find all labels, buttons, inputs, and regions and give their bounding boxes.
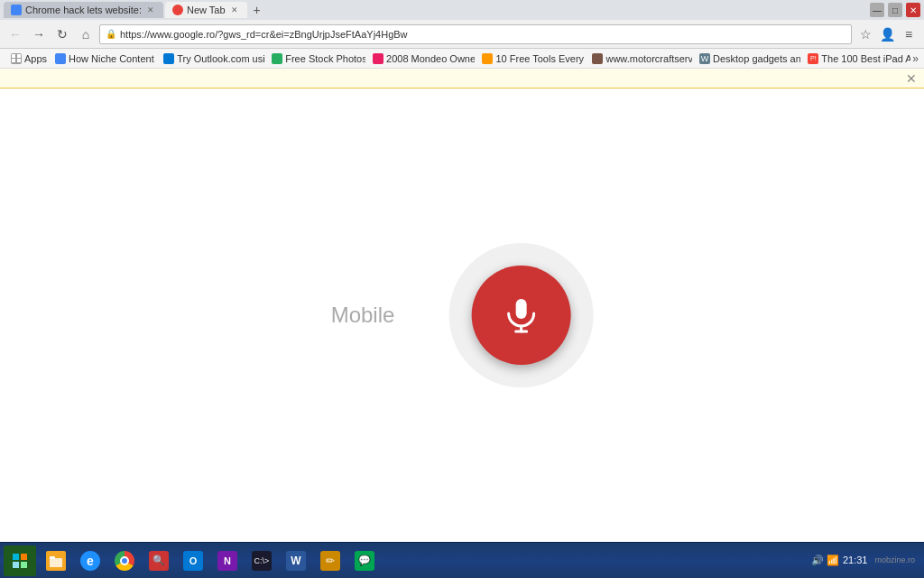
pen-icon: ✏ [320, 551, 340, 571]
bookmark-7-label: Desktop gadgets an... [713, 53, 800, 64]
cmd-icon: C:\> [252, 551, 272, 571]
svg-rect-8 [50, 556, 55, 559]
taskbar-item-explorer[interactable] [40, 545, 72, 576]
taskbar-right: 🔊 📶 21:31 mobzine.ro [806, 554, 920, 566]
taskbar-clock[interactable]: 21:31 [843, 554, 868, 566]
taskbar-item-chrome[interactable] [108, 545, 141, 576]
bookmark-3[interactable]: Mobile Free Stock Photos - [266, 51, 365, 66]
url-text: https://www.google.ro/?gws_rd=cr&ei=zBng… [120, 29, 408, 40]
word-icon: W [286, 551, 306, 571]
bookmark-2[interactable]: Try Outlook.com usi... [158, 51, 264, 66]
tab-1[interactable]: Chrome hack lets website: ✕ [4, 2, 163, 18]
voice-search-button[interactable] [471, 266, 570, 365]
address-bar[interactable]: 🔒 https://www.google.ro/?gws_rd=cr&ei=zB… [99, 24, 852, 44]
bookmark-5-label: 10 Free Tools Every ... [495, 53, 585, 64]
bookmark-2-label: Try Outlook.com usi... [177, 53, 264, 64]
home-button[interactable]: ⌂ [76, 24, 96, 44]
taskbar-item-word[interactable]: W [280, 545, 312, 576]
browser-content: Mobile [0, 89, 924, 542]
nav-bar: ← → ↻ ⌂ 🔒 https://www.google.ro/?gws_rd=… [0, 20, 924, 49]
svg-rect-5 [13, 562, 19, 568]
bookmark-6[interactable]: www.motorcraftserv... [587, 51, 692, 66]
reload-button[interactable]: ↻ [52, 24, 72, 44]
bookmark-3-label-text: Free Stock Photos - [285, 53, 365, 64]
start-button[interactable] [4, 545, 36, 576]
tab-2[interactable]: New Tab ✕ [165, 2, 247, 18]
taskbar: e 🔍 O N C:\> [0, 542, 924, 578]
taskbar-tray: 🔊 📶 [811, 555, 839, 566]
svg-rect-7 [50, 558, 62, 567]
tab-2-close[interactable]: ✕ [229, 5, 240, 15]
voice-prompt-text: Mobile [331, 303, 395, 328]
taskbar-items: e 🔍 O N C:\> [36, 545, 806, 576]
svg-rect-4 [21, 554, 27, 560]
taskbar-item-ie[interactable]: e [74, 545, 106, 576]
close-button[interactable]: ✕ [906, 3, 920, 17]
title-bar: Chrome hack lets website: ✕ New Tab ✕ + … [0, 0, 924, 20]
window-controls: — □ ✕ [870, 3, 920, 17]
windows-logo-icon [12, 553, 28, 569]
minimize-button[interactable]: — [870, 3, 884, 17]
user-button[interactable]: 👤 [877, 24, 897, 44]
taskbar-item-cmd[interactable]: C:\> [245, 545, 278, 576]
back-button[interactable]: ← [5, 24, 25, 44]
ie-icon: e [80, 551, 100, 571]
maximize-button[interactable]: □ [888, 3, 902, 17]
message-icon: 💬 [355, 551, 374, 571]
watermark-text: mobzine.ro [874, 555, 915, 564]
tray-icon-1: 🔊 [811, 555, 824, 566]
outlook-icon: O [183, 551, 203, 571]
bookmarks-more-button[interactable]: » [912, 52, 919, 65]
tab-2-favicon [172, 5, 183, 15]
tab-1-label: Chrome hack lets website: [25, 5, 142, 15]
explorer-icon [46, 551, 66, 571]
bookmark-8[interactable]: P! The 100 Best iPad A... [802, 51, 910, 66]
magnet-icon: 🔍 [149, 551, 169, 571]
tab-2-label: New Tab [187, 5, 226, 15]
bookmark-4[interactable]: 2008 Mondeo Owne... [367, 51, 475, 66]
taskbar-item-message[interactable]: 💬 [348, 545, 381, 576]
taskbar-item-outlook[interactable]: O [177, 545, 209, 576]
taskbar-item-onenote[interactable]: N [211, 545, 244, 576]
microphone-icon [499, 294, 542, 337]
voice-circle-outer [448, 243, 593, 387]
tab-1-favicon [11, 5, 22, 15]
bookmark-6-label: www.motorcraftserv... [605, 53, 692, 64]
bookmark-5[interactable]: 10 Free Tools Every ... [476, 51, 585, 66]
svg-rect-0 [515, 299, 526, 319]
nav-right-buttons: ☆ 👤 ≡ [855, 24, 919, 44]
new-tab-button[interactable]: + [249, 2, 265, 18]
browser-frame: Chrome hack lets website: ✕ New Tab ✕ + … [0, 0, 924, 578]
bookmark-8-label: The 100 Best iPad A... [821, 53, 910, 64]
lock-icon: 🔒 [106, 29, 116, 39]
bookmark-1[interactable]: How Niche Content ... [50, 51, 156, 66]
onenote-icon: N [217, 551, 237, 571]
svg-rect-3 [13, 554, 19, 560]
voice-search-container: Mobile [331, 243, 594, 387]
title-bar-left: Chrome hack lets website: ✕ New Tab ✕ + [4, 2, 265, 18]
taskbar-item-pen[interactable]: ✏ [314, 545, 346, 576]
time-display: 21:31 [843, 554, 868, 566]
bookmarks-bar: Apps How Niche Content ... Try Outlook.c… [0, 49, 924, 69]
notification-bar: ✕ [0, 69, 924, 89]
bookmark-1-label: How Niche Content ... [69, 53, 156, 64]
forward-button[interactable]: → [29, 24, 49, 44]
bookmark-apps[interactable]: Apps [5, 51, 48, 66]
taskbar-item-magnet[interactable]: 🔍 [143, 545, 175, 576]
chrome-icon [115, 551, 134, 571]
bookmark-apps-label: Apps [24, 53, 47, 64]
bookmark-4-label: 2008 Mondeo Owne... [386, 53, 475, 64]
menu-button[interactable]: ≡ [899, 24, 919, 44]
bookmark-7[interactable]: W Desktop gadgets an... [694, 51, 800, 66]
bookmark-button[interactable]: ☆ [855, 24, 875, 44]
svg-rect-6 [21, 562, 27, 568]
tab-1-close[interactable]: ✕ [145, 5, 156, 15]
tray-icon-2: 📶 [827, 555, 839, 566]
notification-close[interactable]: ✕ [906, 71, 917, 86]
